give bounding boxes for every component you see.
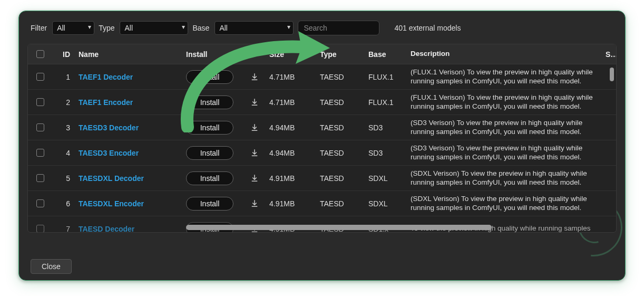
- row-size: 4.94MB: [265, 123, 316, 132]
- install-button[interactable]: Install: [186, 171, 233, 185]
- col-header-install[interactable]: Install: [182, 50, 244, 59]
- row-id: 7: [52, 225, 74, 233]
- select-all-checkbox[interactable]: [36, 50, 44, 58]
- row-checkbox[interactable]: [36, 73, 44, 81]
- row-size: 4.91MB: [265, 199, 316, 208]
- row-size: 4.91MB: [265, 174, 316, 183]
- download-icon[interactable]: [244, 148, 265, 158]
- model-name-link[interactable]: TAEF1 Encoder: [79, 98, 133, 107]
- row-description: (SDXL Verison) To view the preview in hi…: [406, 169, 601, 187]
- row-checkbox[interactable]: [36, 149, 44, 157]
- row-description: (FLUX.1 Verison) To view the preview in …: [406, 68, 601, 86]
- row-type: TAESD: [316, 149, 364, 157]
- horizontal-scrollbar[interactable]: [186, 225, 492, 230]
- model-count-label: 401 external models: [394, 24, 461, 32]
- row-id: 6: [52, 199, 74, 208]
- table-row: 4TAESD3 EncoderInstall4.94MBTAESDSD3(SD3…: [28, 140, 616, 166]
- col-header-type[interactable]: Type: [316, 50, 364, 59]
- install-button[interactable]: Install: [186, 146, 233, 160]
- model-name-link[interactable]: TAESD3 Decoder: [79, 123, 139, 132]
- table-header: ID Name Install Size Type Base Descripti…: [28, 44, 616, 64]
- row-description: (SD3 Verison) To view the preview in hig…: [406, 144, 601, 162]
- row-type: TAESD: [316, 199, 364, 208]
- model-name-link[interactable]: TAESD Decoder: [79, 225, 134, 233]
- model-name-link[interactable]: TAESDXL Encoder: [79, 199, 144, 208]
- row-checkbox[interactable]: [36, 123, 44, 131]
- row-size: 4.94MB: [265, 149, 316, 157]
- download-icon[interactable]: [244, 72, 265, 82]
- col-header-name[interactable]: Name: [74, 50, 182, 59]
- row-base: SD3: [364, 149, 406, 157]
- download-icon[interactable]: [244, 199, 265, 208]
- row-checkbox[interactable]: [36, 199, 44, 207]
- row-id: 1: [52, 73, 74, 81]
- models-table: ID Name Install Size Type Base Descripti…: [27, 44, 617, 233]
- footer-bar: Close: [19, 253, 625, 280]
- table-row: 3TAESD3 DecoderInstall4.94MBTAESDSD3(SD3…: [28, 115, 616, 140]
- download-icon[interactable]: [244, 98, 265, 107]
- model-name-link[interactable]: TAESDXL Decoder: [79, 174, 144, 183]
- row-base: SDXL: [364, 199, 406, 208]
- row-description: (FLUX.1 Verison) To view the preview in …: [406, 93, 601, 111]
- type-select[interactable]: All: [120, 21, 188, 35]
- close-button[interactable]: Close: [31, 259, 72, 274]
- col-header-base[interactable]: Base: [364, 50, 406, 59]
- row-description: (SD3 Verison) To view the preview in hig…: [406, 119, 601, 137]
- row-id: 3: [52, 123, 74, 132]
- row-size: 4.71MB: [265, 98, 316, 107]
- vertical-scrollbar[interactable]: [610, 68, 614, 81]
- row-id: 5: [52, 174, 74, 183]
- row-description: (SDXL Verison) To view the preview in hi…: [406, 195, 601, 213]
- row-id: 4: [52, 149, 74, 157]
- filter-select[interactable]: All: [52, 21, 94, 35]
- base-select[interactable]: All: [214, 21, 294, 35]
- download-icon[interactable]: [244, 123, 265, 132]
- row-base: FLUX.1: [364, 98, 406, 107]
- filter-label: Filter: [31, 24, 47, 32]
- row-base: SDXL: [364, 174, 406, 183]
- model-name-link[interactable]: TAEF1 Decoder: [79, 73, 133, 81]
- search-input[interactable]: [298, 21, 379, 35]
- row-type: TAESD: [316, 123, 364, 132]
- col-header-size[interactable]: Size: [265, 50, 316, 59]
- col-header-id[interactable]: ID: [52, 50, 74, 59]
- table-row: 2TAEF1 EncoderInstall4.71MBTAESDFLUX.1(F…: [28, 90, 616, 115]
- install-button[interactable]: Install: [186, 197, 233, 211]
- table-row: 5TAESDXL DecoderInstall4.91MBTAESDSDXL(S…: [28, 166, 616, 191]
- row-type: TAESD: [316, 73, 364, 81]
- row-base: SD3: [364, 123, 406, 132]
- row-checkbox[interactable]: [36, 225, 44, 233]
- model-name-link[interactable]: TAESD3 Encoder: [79, 149, 139, 157]
- base-label: Base: [192, 24, 209, 32]
- filter-bar: Filter All Type All Base All 401 externa…: [19, 11, 625, 41]
- row-id: 2: [52, 98, 74, 107]
- col-header-description[interactable]: Description: [406, 50, 601, 59]
- type-label: Type: [99, 24, 114, 32]
- model-manager-panel: Filter All Type All Base All 401 externa…: [18, 11, 626, 281]
- row-size: 4.71MB: [265, 73, 316, 81]
- install-button[interactable]: Install: [186, 96, 233, 109]
- row-type: TAESD: [316, 98, 364, 107]
- row-base: FLUX.1: [364, 73, 406, 81]
- table-row: 1TAEF1 DecoderInstall4.71MBTAESDFLUX.1(F…: [28, 64, 616, 90]
- install-button[interactable]: Install: [186, 121, 233, 135]
- row-type: TAESD: [316, 174, 364, 183]
- download-icon[interactable]: [244, 174, 265, 183]
- col-header-extra[interactable]: Sa: [601, 50, 616, 59]
- install-button[interactable]: Install: [186, 70, 233, 84]
- row-checkbox[interactable]: [36, 174, 44, 182]
- row-checkbox[interactable]: [36, 98, 44, 106]
- table-row: 6TAESDXL EncoderInstall4.91MBTAESDSDXL(S…: [28, 191, 616, 216]
